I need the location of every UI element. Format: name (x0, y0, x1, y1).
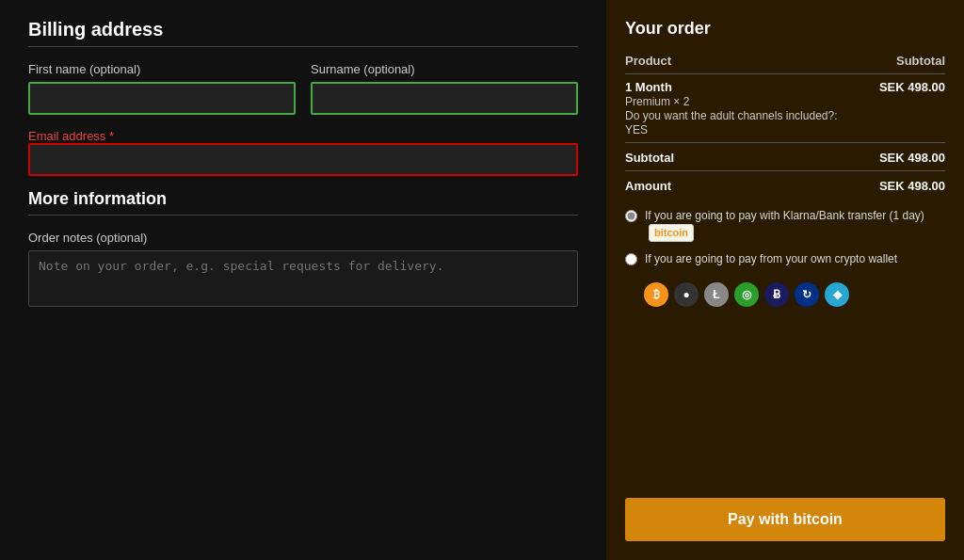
surname-label: Surname (optional) (311, 62, 578, 76)
crypto-icon-ltc[interactable]: Ł (704, 282, 729, 307)
name-row: First name (optional) Surname (optional) (28, 62, 578, 115)
pay-with-bitcoin-button[interactable]: Pay with bitcoin (625, 498, 945, 541)
email-group: Email address * (28, 128, 578, 176)
bitcoin-badge-text: bitcoin (654, 226, 688, 240)
email-label: Email address * (28, 129, 114, 143)
order-notes-label: Order notes (optional) (28, 231, 578, 245)
first-name-group: First name (optional) (28, 62, 296, 115)
divider-billing (28, 46, 578, 47)
email-required-star: * (109, 129, 114, 143)
crypto-icon-dark[interactable]: ● (674, 282, 699, 307)
email-input[interactable] (28, 143, 578, 176)
divider-more-info (28, 215, 578, 216)
bitcoin-badge: bitcoin (649, 224, 694, 242)
amount-value: SEK 498.00 (869, 171, 945, 200)
subtotal-label: Subtotal (625, 143, 869, 171)
product-name: 1 Month (625, 80, 869, 94)
col-product: Product (625, 48, 869, 74)
order-notes-group: Order notes (optional) (28, 231, 578, 310)
crypto-icon-paypal[interactable]: ↻ (795, 282, 819, 307)
order-title: Your order (625, 19, 945, 39)
right-panel: Your order Product Subtotal 1 Month Prem… (606, 0, 964, 560)
col-subtotal: Subtotal (869, 48, 945, 74)
table-row-amount: Amount SEK 498.00 (625, 171, 945, 200)
radio-crypto[interactable] (625, 253, 637, 265)
subtotal-value: SEK 498.00 (869, 143, 945, 171)
product-detail: Premium × 2 (625, 95, 689, 108)
left-panel: Billing address First name (optional) Su… (0, 0, 606, 560)
surname-input[interactable] (311, 82, 578, 115)
order-notes-input[interactable] (28, 250, 578, 307)
table-row-product: 1 Month Premium × 2 Do you want the adul… (625, 74, 945, 143)
more-info-title: More information (28, 189, 578, 209)
radio-option-klarna: If you are going to pay with Klarna/Bank… (625, 208, 945, 242)
crypto-icon-green[interactable]: ◎ (734, 282, 759, 307)
first-name-input[interactable] (28, 82, 296, 115)
radio-crypto-label: If you are going to pay from your own cr… (645, 251, 897, 267)
product-price: SEK 498.00 (869, 74, 945, 143)
product-answer: YES (625, 123, 648, 136)
radio-section: If you are going to pay with Klarna/Bank… (625, 208, 945, 277)
radio-klarna[interactable] (625, 210, 637, 222)
crypto-icon-lightblue[interactable]: ◈ (825, 282, 849, 307)
surname-group: Surname (optional) (311, 62, 578, 115)
product-question: Do you want the adult channels included?… (625, 109, 838, 122)
billing-title: Billing address (28, 19, 578, 40)
amount-label: Amount (625, 171, 869, 200)
crypto-icon-blue[interactable]: Ƀ (764, 282, 789, 307)
crypto-icons-row: ₿ ● Ł ◎ Ƀ ↻ ◈ (644, 282, 945, 307)
first-name-label: First name (optional) (28, 62, 296, 76)
table-row-subtotal: Subtotal SEK 498.00 (625, 143, 945, 171)
radio-option-crypto: If you are going to pay from your own cr… (625, 251, 945, 267)
order-table: Product Subtotal 1 Month Premium × 2 Do … (625, 48, 945, 199)
crypto-icon-btc[interactable]: ₿ (644, 282, 668, 307)
radio-klarna-label: If you are going to pay with Klarna/Bank… (645, 208, 945, 242)
